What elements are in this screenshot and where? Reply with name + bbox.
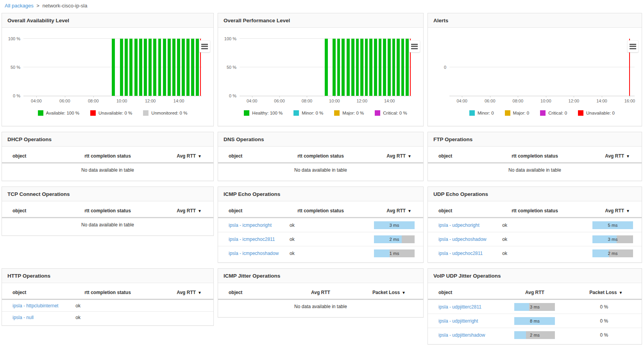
rtt-bar-value: 3 ms [374, 221, 415, 229]
object-link[interactable]: ipsla - udpechoright [438, 222, 479, 228]
table-header-row: objectAvg RTTPacket Loss▼ [428, 283, 642, 300]
column-header-avg-rtt[interactable]: Avg RTT [286, 283, 355, 300]
legend-item: Major: 0 [505, 110, 530, 116]
column-header-rtt-completion-status[interactable]: rtt completion status [286, 147, 355, 163]
object-link[interactable]: ipsla - udpechoc2811 [438, 251, 483, 256]
x-axis-label: 14:00 [384, 99, 395, 103]
chart-plot: 004:0006:0008:0010:0012:0014:0016:00 [449, 39, 635, 96]
object-link[interactable]: ipsla - udpechoshadow [438, 237, 487, 242]
column-header-object[interactable]: object [2, 147, 72, 163]
column-header-rtt-completion-status[interactable]: rtt completion status [72, 201, 143, 218]
object-link[interactable]: ipsla - null [13, 315, 34, 320]
column-header-object[interactable]: object [218, 283, 286, 300]
rtt-bar: 2 ms [592, 249, 633, 257]
table-body: No data available in table [428, 163, 642, 179]
object-link[interactable]: ipsla - icmpechoc2811 [229, 237, 275, 242]
object-link[interactable]: ipsla - icmpechoright [229, 222, 272, 228]
sort-desc-icon: ▼ [408, 154, 411, 158]
column-header-packet-loss[interactable]: Packet Loss▼ [355, 283, 423, 300]
table-head: objectrtt completion statusAvg RTT▼ [428, 147, 642, 163]
chart-legend: Available: 100 %Unavailable: 0 %Unmonito… [23, 110, 202, 116]
legend-swatch [38, 110, 43, 116]
panel-dhcp-operations: DHCP Operations objectrtt completion sta… [2, 132, 214, 181]
object-link[interactable]: ipsla - udpjitterc2811 [438, 304, 481, 310]
x-axis-tick [65, 96, 65, 97]
chart-menu-hamburger-icon[interactable] [199, 40, 210, 52]
panel-overall-performance: Overall Performance Level 100 %50 %0 %04… [218, 13, 424, 126]
column-header-object[interactable]: object [428, 201, 499, 218]
hamburger-icon-bar [201, 44, 208, 45]
column-header-object[interactable]: object [218, 201, 286, 218]
empty-table-message: No data available in table [2, 218, 213, 233]
column-header-object[interactable]: object [428, 147, 499, 163]
x-axis-label: 10:00 [116, 99, 127, 103]
table-row: ipsla - icmpechoshadowok1 ms [218, 246, 423, 260]
overall-availability-bar [191, 39, 194, 96]
column-header-object[interactable]: object [428, 283, 499, 300]
table-header-row: objectrtt completion statusAvg RTT▼ [218, 201, 423, 218]
column-header-avg-rtt[interactable]: Avg RTT▼ [571, 201, 642, 218]
rtt-bar: 8 ms [514, 317, 555, 325]
column-header-object[interactable]: object [2, 283, 72, 300]
legend-swatch [375, 110, 380, 116]
legend-label: Critical: 0 [548, 111, 567, 115]
x-axis-tick [630, 96, 630, 97]
overall-availability-bar [134, 39, 138, 96]
table-row: ipsla - icmpechorightok3 ms [218, 218, 423, 232]
table-row: ipsla - icmpechoc2811ok2 ms [218, 232, 423, 246]
object-link[interactable]: ipsla - udpjittershadow [438, 332, 485, 338]
legend-label: Unavailable: 0 [586, 111, 615, 115]
operations-table: objectrtt completion statusAvg RTT▼No da… [428, 147, 642, 178]
panel-title: ICMP Echo Operations [224, 191, 280, 197]
column-header-avg-rtt[interactable]: Avg RTT▼ [143, 283, 213, 300]
x-axis-tick [122, 96, 122, 97]
column-header-avg-rtt[interactable]: Avg RTT▼ [571, 147, 642, 163]
table-head: objectrtt completion statusAvg RTT▼ [2, 201, 213, 218]
operations-table: objectAvg RTTPacket Loss▼ipsla - udpjitt… [428, 283, 642, 342]
table-head: objectrtt completion statusAvg RTT▼ [2, 283, 213, 300]
object-link[interactable]: ipsla - udpjitterright [438, 318, 478, 324]
legend-label: Minor: 0 % [302, 111, 323, 115]
x-axis-label: 10:00 [329, 99, 340, 103]
legend-item: Available: 100 % [38, 110, 79, 116]
chart-legend: Healthy: 100 %Minor: 0 %Major: 0 %Critic… [240, 110, 411, 116]
legend-label: Unavailable: 0 % [98, 111, 132, 115]
column-header-avg-rtt[interactable]: Avg RTT▼ [143, 147, 213, 163]
chart-menu-hamburger-icon[interactable] [409, 40, 420, 52]
table-header-row: objectrtt completion statusAvg RTT▼ [2, 283, 213, 300]
status-cell: ok [286, 232, 355, 246]
column-header-rtt-completion-status[interactable]: rtt completion status [72, 283, 143, 300]
column-header-rtt-completion-status[interactable]: rtt completion status [286, 201, 355, 218]
column-header-rtt-completion-status[interactable]: rtt completion status [499, 147, 570, 163]
legend-item: Unavailable: 0 % [90, 110, 132, 116]
chart-plot: 100 %50 %0 %04:0006:0008:0010:0012:0014:… [240, 39, 411, 96]
chart-menu-hamburger-icon[interactable] [627, 40, 639, 52]
x-axis-label: 08:00 [302, 99, 313, 103]
panel-title: FTP Operations [433, 136, 472, 142]
y-axis-label: 100 % [219, 36, 236, 41]
overall-availability-bar [182, 39, 185, 96]
table-row: ipsla - udpechoshadowok3 ms [428, 232, 642, 246]
object-link[interactable]: ipsla - httpclubinternet [13, 303, 58, 309]
breadcrumb-all-packages-link[interactable]: All packages [5, 3, 34, 9]
column-header-avg-rtt[interactable]: Avg RTT [499, 283, 570, 300]
column-header-object[interactable]: object [218, 147, 286, 163]
legend-item: Healthy: 100 % [244, 110, 283, 116]
dashboard-grid: Overall Availability Level 100 %50 %0 %0… [0, 12, 644, 356]
overall-performance-bar [406, 39, 409, 96]
column-header-rtt-completion-status[interactable]: rtt completion status [499, 201, 570, 218]
column-header-rtt-completion-status[interactable]: rtt completion status [72, 147, 143, 163]
column-header-object[interactable]: object [2, 201, 72, 218]
panel-icmp-echo-operations: ICMP Echo Operations objectrtt completio… [218, 187, 424, 263]
x-axis-tick [335, 96, 335, 97]
x-axis-tick [546, 96, 546, 97]
column-header-avg-rtt[interactable]: Avg RTT▼ [355, 147, 423, 163]
sort-desc-icon: ▼ [198, 291, 202, 295]
rtt-bar-value: 2 ms [374, 235, 415, 243]
object-link[interactable]: ipsla - icmpechoshadow [229, 251, 279, 256]
panel-title: DHCP Operations [7, 136, 52, 142]
column-header-avg-rtt[interactable]: Avg RTT▼ [355, 201, 423, 218]
column-header-avg-rtt[interactable]: Avg RTT▼ [143, 201, 213, 218]
overall-performance-bar [365, 39, 368, 96]
column-header-packet-loss[interactable]: Packet Loss▼ [571, 283, 642, 300]
